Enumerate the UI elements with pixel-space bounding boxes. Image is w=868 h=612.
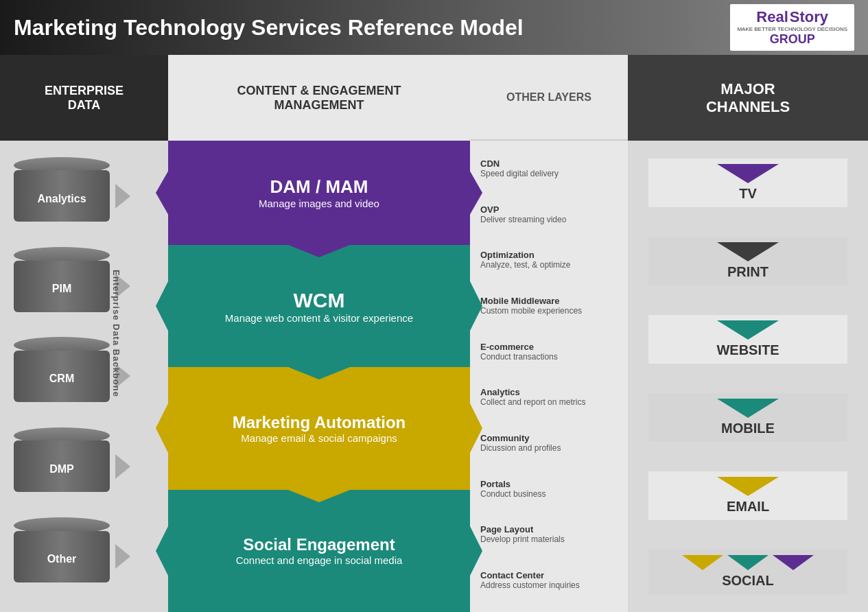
other-item-opt-title: Optimization xyxy=(480,250,618,260)
other-item-ecom-sub: Conduct transactions xyxy=(480,352,618,362)
channels-heading-2: CHANNELS xyxy=(706,98,790,116)
other-item-portals-sub: Conduct business xyxy=(480,489,618,499)
list-item: CRM xyxy=(0,345,168,407)
print-label: PRINT xyxy=(727,264,769,280)
dam-mam-title: DAM / MAM xyxy=(270,176,368,198)
social-subtitle: Connect and engage in social media xyxy=(236,554,403,566)
wcm-title: WCM xyxy=(294,289,345,312)
enterprise-data-header: ENTERPRISE DATA xyxy=(0,55,168,141)
list-item: CDN Speed digital delivery xyxy=(480,158,618,178)
backbone-label: Enterprise Data Backbone xyxy=(112,270,122,397)
website-label: WEBSITE xyxy=(716,342,779,358)
print-arrow-icon xyxy=(717,242,779,261)
cylinder-body: CRM xyxy=(14,351,110,402)
enterprise-heading-2: DATA xyxy=(45,98,124,113)
content-blocks: DAM / MAM Manage images and video WCM Ma… xyxy=(168,141,470,612)
other-item-pagelayout-title: Page Layout xyxy=(480,524,618,534)
social-arrow-left-icon xyxy=(682,555,723,570)
enterprise-data-column: ENTERPRISE DATA Analytics PIM xyxy=(0,55,168,612)
other-item-cc-sub: Address customer inquiries xyxy=(480,580,618,590)
other-item-cc-title: Contact Center xyxy=(480,570,618,580)
analytics-cylinder: Analytics xyxy=(14,165,110,227)
header: Marketing Technology Services Reference … xyxy=(0,0,868,55)
content-heading-2: MANAGEMENT xyxy=(237,98,401,113)
dam-mam-subtitle: Manage images and video xyxy=(259,198,379,209)
dmp-cylinder: DMP xyxy=(14,436,110,497)
cylinder-label: Analytics xyxy=(37,193,86,205)
other-item-pagelayout-sub: Develop print materials xyxy=(480,534,618,544)
other-item-opt-sub: Analyze, test, & optimize xyxy=(480,260,618,270)
tv-label: TV xyxy=(739,186,757,202)
other-cylinder: Other xyxy=(14,526,110,587)
other-item-ecom-title: E-commerce xyxy=(480,342,618,352)
channel-mobile: MOBILE xyxy=(648,393,847,442)
other-item-ovp-title: OVP xyxy=(480,204,618,215)
other-item-portals-title: Portals xyxy=(480,479,618,489)
logo: Real Story MAKE BETTER TECHNOLOGY DECISI… xyxy=(730,4,854,51)
social-arrows-row xyxy=(682,555,814,570)
logo-story: Story xyxy=(790,8,828,26)
channel-website: WEBSITE xyxy=(648,315,847,364)
right-arrow-icon xyxy=(115,544,130,569)
dam-mam-block: DAM / MAM Manage images and video xyxy=(168,141,470,245)
list-item: Optimization Analyze, test, & optimize xyxy=(480,250,618,270)
down-arrow-ma-icon xyxy=(285,489,353,502)
other-layers-header: OTHER LAYERS xyxy=(470,55,628,141)
content-heading-1: CONTENT & ENGAGEMENT xyxy=(237,84,401,98)
channel-items-list: TV PRINT WEBSITE MOBILE EMAIL xyxy=(628,141,868,612)
other-item-cdn-title: CDN xyxy=(480,158,618,169)
list-item: Other xyxy=(0,526,168,587)
logo-real: Real xyxy=(756,8,788,26)
major-channels-header: MAJOR CHANNELS xyxy=(628,55,868,141)
main-layout: ENTERPRISE DATA Analytics PIM xyxy=(0,55,868,612)
crm-cylinder: CRM xyxy=(14,345,110,407)
wcm-subtitle: Manage web content & visitor experience xyxy=(225,312,413,324)
channel-social: SOCIAL xyxy=(648,550,847,594)
left-notch-ma-icon xyxy=(156,401,169,456)
wcm-block: WCM Manage web content & visitor experie… xyxy=(168,245,470,367)
list-item: DMP xyxy=(0,436,168,497)
cylinder-body: PIM xyxy=(14,261,110,312)
other-item-ovp-sub: Deliver streaming video xyxy=(480,215,618,224)
list-item: Mobile Middleware Custom mobile experien… xyxy=(480,296,618,316)
tv-arrow-icon xyxy=(717,164,779,183)
list-item: PIM xyxy=(0,255,168,317)
other-item-community-sub: Dicussion and profiles xyxy=(480,443,618,453)
list-item: Analytics xyxy=(0,165,168,227)
ma-subtitle: Manage email & social campaigns xyxy=(241,432,397,444)
down-arrow-wcm-icon xyxy=(285,366,353,379)
left-notch-se-icon xyxy=(156,523,169,578)
marketing-automation-block: Marketing Automation Manage email & soci… xyxy=(168,367,470,489)
email-arrow-icon xyxy=(717,477,779,496)
major-channels-column: MAJOR CHANNELS TV PRINT WEBSITE MOBILE xyxy=(628,55,868,612)
logo-group: GROUP xyxy=(770,32,815,47)
enterprise-heading-1: ENTERPRISE xyxy=(45,84,124,98)
down-arrow-dam-icon xyxy=(285,244,353,257)
other-item-analytics-sub: Collect and report on metrics xyxy=(480,397,618,407)
cylinder-body: Other xyxy=(14,531,110,582)
website-arrow-icon xyxy=(717,320,779,340)
list-item: Portals Conduct business xyxy=(480,479,618,499)
social-arrow-mid-icon xyxy=(727,555,769,570)
left-notch-wcm-icon xyxy=(156,279,169,333)
cylinder-label: Other xyxy=(47,553,77,565)
channel-tv: TV xyxy=(648,158,847,207)
list-item: OVP Deliver streaming video xyxy=(480,204,618,224)
social-arrow-right-icon xyxy=(773,555,814,570)
cylinder-body: Analytics xyxy=(14,170,110,222)
channel-print: PRINT xyxy=(648,237,847,285)
mobile-label: MOBILE xyxy=(721,421,775,436)
mobile-arrow-icon xyxy=(717,399,779,418)
right-arrow-ma-icon xyxy=(469,401,482,456)
right-arrow-icon xyxy=(115,454,130,479)
ma-title: Marketing Automation xyxy=(233,413,406,432)
other-item-mm-sub: Custom mobile experiences xyxy=(480,306,618,316)
list-item: E-commerce Conduct transactions xyxy=(480,342,618,362)
other-layers-heading: OTHER LAYERS xyxy=(506,91,591,104)
cylinder-label: CRM xyxy=(49,373,74,385)
page-title: Marketing Technology Services Reference … xyxy=(14,15,524,40)
pim-cylinder: PIM xyxy=(14,255,110,317)
channels-heading-1: MAJOR xyxy=(706,80,790,98)
other-layers-column: OTHER LAYERS CDN Speed digital delivery … xyxy=(470,55,628,612)
right-arrow-icon xyxy=(115,184,130,209)
